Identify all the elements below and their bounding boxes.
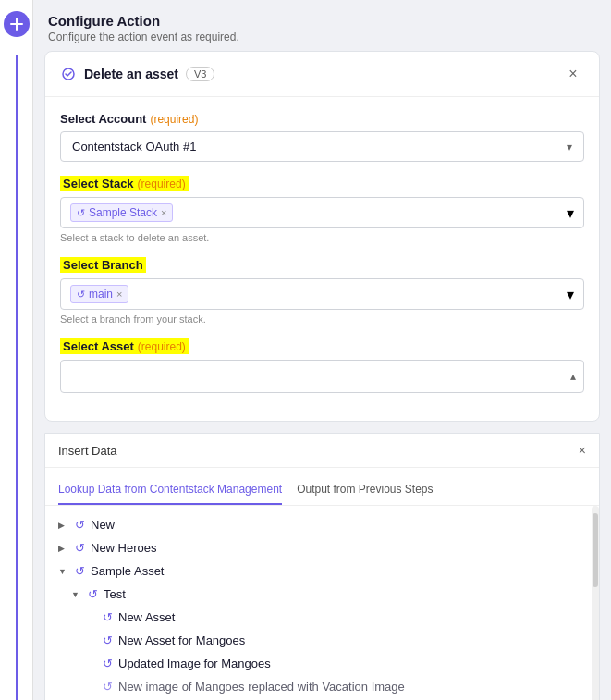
card-header-left: Delete an asset V3 xyxy=(60,66,214,82)
cs-icon-new-asset: ↺ xyxy=(103,610,113,624)
expand-icon-test: ▼ xyxy=(71,590,84,599)
tab-lookup-data[interactable]: Lookup Data from Contentstack Management xyxy=(58,477,282,505)
tree-label-new-heroes: New Heroes xyxy=(91,541,157,555)
insert-data-panel: Insert Data × Lookup Data from Contentst… xyxy=(44,433,600,700)
tree-label-test: Test xyxy=(104,587,126,601)
insert-data-title: Insert Data xyxy=(58,444,117,458)
main-content: Configure Action Configure the action ev… xyxy=(33,0,611,700)
cs-icon-new-heroes: ↺ xyxy=(75,541,85,555)
tree-item-new[interactable]: ▶ ↺ New xyxy=(45,513,599,536)
scrollbar-thumb xyxy=(593,513,598,587)
stack-chevron-icon: ▾ xyxy=(567,204,574,222)
tree-label-vacation-image: New image of Mangoes replaced with Vacat… xyxy=(118,680,405,694)
asset-field-group: Select Asset (required) ▴ xyxy=(60,338,584,393)
stack-label: Select Stack (required) xyxy=(60,176,189,191)
tree-item-updated-image[interactable]: ↺ Updated Image for Mangoes xyxy=(45,652,599,675)
expand-icon-new-heroes: ▶ xyxy=(58,544,71,553)
tree-item-vacation-image[interactable]: ↺ New image of Mangoes replaced with Vac… xyxy=(45,675,599,698)
tree-item-new-heroes[interactable]: ▶ ↺ New Heroes xyxy=(45,536,599,559)
stack-select[interactable]: ↺ Sample Stack × ▾ xyxy=(60,197,584,228)
action-title: Delete an asset xyxy=(84,67,178,81)
card-header: Delete an asset V3 × xyxy=(45,52,599,97)
version-badge: V3 xyxy=(186,67,214,81)
card-close-button[interactable]: × xyxy=(562,63,584,85)
stack-tag-icon: ↺ xyxy=(77,207,85,219)
cs-icon-test: ↺ xyxy=(88,587,98,601)
scrollbar-track[interactable] xyxy=(592,506,599,700)
asset-input[interactable]: ▴ xyxy=(60,360,584,393)
configure-title: Configure Action xyxy=(48,13,596,29)
account-chevron-icon: ▾ xyxy=(567,141,572,154)
stack-helper-text: Select a stack to delete an asset. xyxy=(60,232,584,243)
card-body: Select Account (required) Contentstack O… xyxy=(45,97,599,421)
action-card: Delete an asset V3 × Select Account (req… xyxy=(44,51,600,422)
branch-tag: ↺ main × xyxy=(70,285,128,303)
branch-tag-icon: ↺ xyxy=(77,289,85,301)
stack-tag-remove-button[interactable]: × xyxy=(161,208,166,218)
branch-tag-value: main xyxy=(89,288,113,301)
tree-label-sample-asset: Sample Asset xyxy=(91,564,165,578)
stack-field-group: Select Stack (required) ↺ Sample Stack ×… xyxy=(60,175,584,243)
asset-chevron-up-icon: ▴ xyxy=(570,370,576,383)
tree-label-new-asset: New Asset xyxy=(118,610,175,624)
tab-output-previous[interactable]: Output from Previous Steps xyxy=(297,477,433,505)
cs-icon-new: ↺ xyxy=(75,518,85,532)
sidebar xyxy=(0,0,33,700)
insert-data-tabs: Lookup Data from Contentstack Management… xyxy=(45,468,599,506)
branch-field-group: Select Branch ↺ main × ▾ Select a branch… xyxy=(60,256,584,325)
insert-data-header: Insert Data × xyxy=(45,434,599,468)
delete-asset-icon xyxy=(60,66,77,82)
tree-item-sample-asset[interactable]: ▼ ↺ Sample Asset xyxy=(45,559,599,583)
tree-item-new-asset-mangoes[interactable]: ↺ New Asset for Mangoes xyxy=(45,629,599,652)
cs-icon-updated-image: ↺ xyxy=(103,657,113,670)
branch-label: Select Branch xyxy=(60,257,146,273)
stack-tag: ↺ Sample Stack × xyxy=(70,203,173,222)
tree-item-test[interactable]: ▼ ↺ Test xyxy=(45,583,599,606)
sidebar-node-icon[interactable] xyxy=(4,11,30,37)
tree-container[interactable]: ▶ ↺ New ▶ ↺ New Heroes ▼ ↺ Sample Asset … xyxy=(45,506,599,700)
tree-item-new-asset[interactable]: ↺ New Asset xyxy=(45,606,599,629)
tree-label-new-asset-mangoes: New Asset for Mangoes xyxy=(118,633,245,647)
configure-subtitle: Configure the action event as required. xyxy=(48,31,596,43)
branch-tag-inner: ↺ main × xyxy=(70,285,567,303)
configure-header: Configure Action Configure the action ev… xyxy=(33,0,611,51)
sidebar-connector-line xyxy=(16,55,18,700)
tree-label-new: New xyxy=(91,518,115,532)
asset-label: Select Asset (required) xyxy=(60,338,189,354)
cs-icon-vacation-image: ↺ xyxy=(103,680,113,694)
cs-icon-sample-asset: ↺ xyxy=(75,564,85,578)
tree-label-updated-image: Updated Image for Mangoes xyxy=(118,657,271,670)
insert-data-close-button[interactable]: × xyxy=(579,443,586,458)
account-field-group: Select Account (required) Contentstack O… xyxy=(60,112,584,162)
branch-tag-remove-button[interactable]: × xyxy=(116,289,122,300)
cs-icon-new-asset-mangoes: ↺ xyxy=(103,633,113,647)
branch-select[interactable]: ↺ main × ▾ xyxy=(60,278,584,310)
expand-icon-new: ▶ xyxy=(58,521,71,530)
stack-tag-inner: ↺ Sample Stack × xyxy=(70,203,567,222)
stack-tag-value: Sample Stack xyxy=(89,206,157,219)
account-label: Select Account (required) xyxy=(60,112,584,126)
branch-chevron-icon: ▾ xyxy=(567,286,574,303)
expand-icon-sample-asset: ▼ xyxy=(58,567,71,576)
branch-helper-text: Select a branch from your stack. xyxy=(60,313,584,325)
account-value: Contentstack OAuth #1 xyxy=(72,140,196,154)
account-select[interactable]: Contentstack OAuth #1 ▾ xyxy=(60,131,584,162)
